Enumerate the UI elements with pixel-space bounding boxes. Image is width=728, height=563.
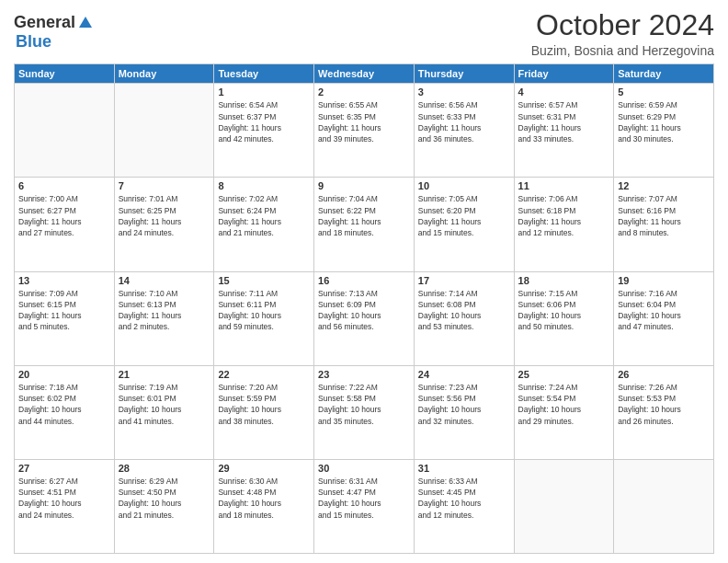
day-info: Sunrise: 7:06 AMSunset: 6:18 PMDaylight:… <box>518 193 610 238</box>
day-info: Sunrise: 7:13 AMSunset: 6:09 PMDaylight:… <box>318 288 410 333</box>
day-number: 23 <box>318 369 410 380</box>
day-number: 28 <box>119 463 210 474</box>
location-title: Buzim, Bosnia and Herzegovina <box>531 43 714 58</box>
calendar-cell: 11Sunrise: 7:06 AMSunset: 6:18 PMDayligh… <box>514 178 614 271</box>
calendar-cell <box>15 84 115 178</box>
day-info: Sunrise: 6:57 AMSunset: 6:31 PMDaylight:… <box>518 99 610 144</box>
day-info: Sunrise: 7:01 AMSunset: 6:25 PMDaylight:… <box>119 193 210 238</box>
day-number: 7 <box>119 180 210 191</box>
day-number: 31 <box>418 463 510 474</box>
month-title: October 2024 <box>531 9 714 41</box>
day-info: Sunrise: 7:18 AMSunset: 6:02 PMDaylight:… <box>18 382 110 427</box>
calendar-cell: 22Sunrise: 7:20 AMSunset: 5:59 PMDayligh… <box>214 365 314 459</box>
day-number: 2 <box>318 86 410 98</box>
day-info: Sunrise: 7:16 AMSunset: 6:04 PMDaylight:… <box>618 288 710 333</box>
day-info: Sunrise: 6:29 AMSunset: 4:50 PMDaylight:… <box>119 476 210 521</box>
calendar-week-row: 20Sunrise: 7:18 AMSunset: 6:02 PMDayligh… <box>15 365 714 459</box>
day-number: 17 <box>418 275 510 286</box>
day-info: Sunrise: 7:07 AMSunset: 6:16 PMDaylight:… <box>618 193 710 238</box>
col-header-tuesday: Tuesday <box>214 64 314 84</box>
day-info: Sunrise: 7:26 AMSunset: 5:53 PMDaylight:… <box>618 382 710 427</box>
day-info: Sunrise: 7:05 AMSunset: 6:20 PMDaylight:… <box>418 193 510 238</box>
day-info: Sunrise: 7:10 AMSunset: 6:13 PMDaylight:… <box>119 288 210 333</box>
calendar-cell: 31Sunrise: 6:33 AMSunset: 4:45 PMDayligh… <box>414 459 514 553</box>
day-number: 20 <box>18 369 110 380</box>
day-number: 26 <box>618 369 710 380</box>
day-number: 25 <box>518 369 610 380</box>
day-number: 9 <box>318 180 410 191</box>
svg-marker-0 <box>79 17 92 28</box>
calendar-cell: 18Sunrise: 7:15 AMSunset: 6:06 PMDayligh… <box>514 271 614 365</box>
calendar-header-row: SundayMondayTuesdayWednesdayThursdayFrid… <box>15 64 714 84</box>
calendar-cell: 16Sunrise: 7:13 AMSunset: 6:09 PMDayligh… <box>314 271 415 365</box>
day-info: Sunrise: 7:09 AMSunset: 6:15 PMDaylight:… <box>18 288 110 333</box>
logo-general: General <box>14 13 75 32</box>
day-number: 19 <box>618 275 710 286</box>
day-number: 29 <box>218 463 310 474</box>
calendar-cell: 21Sunrise: 7:19 AMSunset: 6:01 PMDayligh… <box>114 365 214 459</box>
calendar-cell: 27Sunrise: 6:27 AMSunset: 4:51 PMDayligh… <box>15 459 115 553</box>
calendar-table: SundayMondayTuesdayWednesdayThursdayFrid… <box>14 63 714 554</box>
col-header-wednesday: Wednesday <box>314 64 415 84</box>
calendar-week-row: 1Sunrise: 6:54 AMSunset: 6:37 PMDaylight… <box>15 84 714 178</box>
day-number: 13 <box>18 275 110 286</box>
day-number: 22 <box>218 369 310 380</box>
calendar-cell: 24Sunrise: 7:23 AMSunset: 5:56 PMDayligh… <box>414 365 514 459</box>
calendar-cell: 9Sunrise: 7:04 AMSunset: 6:22 PMDaylight… <box>314 178 415 271</box>
day-number: 21 <box>119 369 210 380</box>
calendar-cell: 28Sunrise: 6:29 AMSunset: 4:50 PMDayligh… <box>114 459 214 553</box>
logo: General Blue <box>14 9 94 52</box>
day-info: Sunrise: 6:30 AMSunset: 4:48 PMDaylight:… <box>218 476 310 521</box>
calendar-cell: 1Sunrise: 6:54 AMSunset: 6:37 PMDaylight… <box>214 84 314 178</box>
day-number: 6 <box>18 180 110 191</box>
day-number: 11 <box>518 180 610 191</box>
day-info: Sunrise: 7:15 AMSunset: 6:06 PMDaylight:… <box>518 288 610 333</box>
day-info: Sunrise: 6:31 AMSunset: 4:47 PMDaylight:… <box>318 476 410 521</box>
calendar-cell <box>514 459 614 553</box>
day-info: Sunrise: 6:33 AMSunset: 4:45 PMDaylight:… <box>418 476 510 521</box>
title-section: October 2024 Buzim, Bosnia and Herzegovi… <box>531 9 714 58</box>
day-number: 8 <box>218 180 310 191</box>
calendar-cell: 30Sunrise: 6:31 AMSunset: 4:47 PMDayligh… <box>314 459 415 553</box>
col-header-monday: Monday <box>114 64 214 84</box>
day-info: Sunrise: 6:59 AMSunset: 6:29 PMDaylight:… <box>618 99 710 144</box>
day-number: 3 <box>418 86 510 98</box>
calendar-cell: 6Sunrise: 7:00 AMSunset: 6:27 PMDaylight… <box>15 178 115 271</box>
calendar-week-row: 13Sunrise: 7:09 AMSunset: 6:15 PMDayligh… <box>15 271 714 365</box>
calendar-cell: 29Sunrise: 6:30 AMSunset: 4:48 PMDayligh… <box>214 459 314 553</box>
calendar-cell: 5Sunrise: 6:59 AMSunset: 6:29 PMDaylight… <box>614 84 714 178</box>
calendar-cell: 25Sunrise: 7:24 AMSunset: 5:54 PMDayligh… <box>514 365 614 459</box>
day-info: Sunrise: 6:54 AMSunset: 6:37 PMDaylight:… <box>218 99 310 144</box>
day-info: Sunrise: 7:22 AMSunset: 5:58 PMDaylight:… <box>318 382 410 427</box>
day-info: Sunrise: 7:20 AMSunset: 5:59 PMDaylight:… <box>218 382 310 427</box>
day-info: Sunrise: 7:19 AMSunset: 6:01 PMDaylight:… <box>119 382 210 427</box>
day-number: 4 <box>518 86 610 98</box>
day-info: Sunrise: 7:00 AMSunset: 6:27 PMDaylight:… <box>18 193 110 238</box>
day-number: 10 <box>418 180 510 191</box>
day-number: 14 <box>119 275 210 286</box>
calendar-cell: 20Sunrise: 7:18 AMSunset: 6:02 PMDayligh… <box>15 365 115 459</box>
calendar-cell: 17Sunrise: 7:14 AMSunset: 6:08 PMDayligh… <box>414 271 514 365</box>
calendar-cell: 13Sunrise: 7:09 AMSunset: 6:15 PMDayligh… <box>15 271 115 365</box>
calendar-cell: 8Sunrise: 7:02 AMSunset: 6:24 PMDaylight… <box>214 178 314 271</box>
col-header-saturday: Saturday <box>614 64 714 84</box>
day-number: 12 <box>618 180 710 191</box>
day-info: Sunrise: 7:24 AMSunset: 5:54 PMDaylight:… <box>518 382 610 427</box>
day-number: 27 <box>18 463 110 474</box>
day-number: 5 <box>618 86 710 98</box>
day-info: Sunrise: 7:14 AMSunset: 6:08 PMDaylight:… <box>418 288 510 333</box>
calendar-cell: 3Sunrise: 6:56 AMSunset: 6:33 PMDaylight… <box>414 84 514 178</box>
day-info: Sunrise: 7:04 AMSunset: 6:22 PMDaylight:… <box>318 193 410 238</box>
calendar-cell: 7Sunrise: 7:01 AMSunset: 6:25 PMDaylight… <box>114 178 214 271</box>
logo-blue: Blue <box>16 32 51 52</box>
day-number: 15 <box>218 275 310 286</box>
day-info: Sunrise: 6:27 AMSunset: 4:51 PMDaylight:… <box>18 476 110 521</box>
calendar-week-row: 27Sunrise: 6:27 AMSunset: 4:51 PMDayligh… <box>15 459 714 553</box>
calendar-cell: 23Sunrise: 7:22 AMSunset: 5:58 PMDayligh… <box>314 365 415 459</box>
page-header: General Blue October 2024 Buzim, Bosnia … <box>14 9 714 58</box>
calendar-cell: 2Sunrise: 6:55 AMSunset: 6:35 PMDaylight… <box>314 84 415 178</box>
day-number: 30 <box>318 463 410 474</box>
calendar-cell: 26Sunrise: 7:26 AMSunset: 5:53 PMDayligh… <box>614 365 714 459</box>
calendar-week-row: 6Sunrise: 7:00 AMSunset: 6:27 PMDaylight… <box>15 178 714 271</box>
day-info: Sunrise: 7:11 AMSunset: 6:11 PMDaylight:… <box>218 288 310 333</box>
